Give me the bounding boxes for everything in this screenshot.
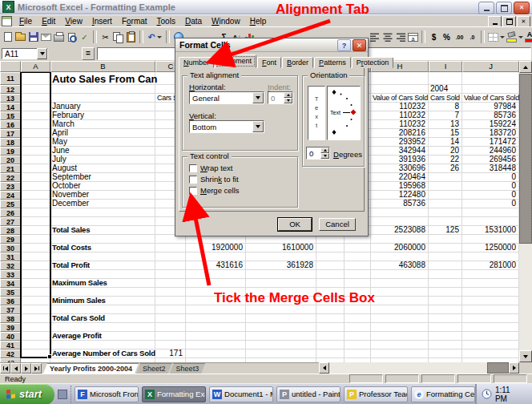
vertical-scrollbar[interactable] — [519, 61, 532, 362]
cell-G41[interactable] — [345, 341, 371, 349]
menu-help[interactable]: Help — [245, 16, 272, 26]
align-left-icon[interactable] — [369, 30, 381, 44]
scroll-right-button[interactable] — [509, 362, 519, 374]
cell-B40[interactable]: Average Profit — [50, 332, 155, 341]
tab-alignment[interactable]: Alignment — [215, 55, 256, 68]
cell-F30[interactable] — [316, 244, 345, 252]
last-sheet-button[interactable] — [31, 363, 42, 374]
row-header-22[interactable]: 22 — [0, 173, 21, 182]
cell-C37[interactable] — [155, 305, 186, 314]
cell-C30[interactable] — [155, 244, 186, 252]
row-header-14[interactable]: 14 — [0, 103, 21, 111]
cell-J26[interactable] — [462, 208, 519, 217]
cell-D33[interactable] — [186, 270, 246, 279]
cell-J41[interactable] — [462, 341, 519, 349]
cell-E40[interactable] — [246, 332, 316, 341]
cell-B28[interactable]: Total Sales — [50, 226, 155, 235]
cell-F34[interactable] — [316, 279, 345, 288]
cell-F40[interactable] — [316, 332, 345, 341]
cell-C42[interactable]: 171 — [155, 349, 186, 358]
row-header-28[interactable]: 28 — [0, 226, 21, 235]
cell-E38[interactable] — [246, 314, 316, 323]
cell-I12[interactable]: 2004 — [429, 85, 462, 94]
checkbox-box[interactable] — [189, 164, 197, 172]
cell-J12[interactable] — [462, 85, 519, 94]
cell-I37[interactable] — [429, 305, 462, 314]
save-icon[interactable] — [27, 30, 39, 44]
fill-color-icon[interactable] — [506, 30, 523, 44]
tab-protection[interactable]: Protection — [352, 57, 394, 68]
column-header-B[interactable]: B — [50, 61, 155, 72]
column-header-I[interactable]: I — [429, 61, 462, 72]
cell-J42[interactable] — [462, 349, 519, 358]
checkbox-box[interactable] — [189, 187, 197, 195]
name-box[interactable]: A11 — [2, 48, 48, 59]
maximize-button[interactable] — [496, 2, 512, 14]
cell-D42[interactable] — [186, 349, 246, 358]
cell-G39[interactable] — [345, 323, 371, 332]
cell-I35[interactable] — [429, 288, 462, 297]
cell-D38[interactable] — [186, 314, 246, 323]
cell-F39[interactable] — [316, 323, 345, 332]
font-color-icon[interactable]: A — [524, 30, 532, 44]
row-header-33[interactable]: 33 — [0, 270, 21, 279]
row-header-41[interactable]: 41 — [0, 341, 21, 349]
degrees-up-icon[interactable] — [320, 147, 329, 153]
cell-G33[interactable] — [345, 270, 371, 279]
doc-restore-button[interactable] — [502, 16, 516, 27]
tab-number[interactable]: Number — [179, 57, 214, 68]
column-header-A[interactable]: A — [21, 61, 50, 72]
cell-I29[interactable] — [429, 235, 462, 244]
row-header-24[interactable]: 24 — [0, 191, 21, 200]
row-header-25[interactable]: 25 — [0, 200, 21, 208]
cell-G30[interactable] — [345, 244, 371, 252]
cell-C35[interactable] — [155, 288, 186, 297]
cell-I25[interactable] — [429, 200, 462, 208]
cell-F41[interactable] — [316, 341, 345, 349]
cell-I32[interactable] — [429, 261, 462, 270]
chevron-down-icon[interactable] — [252, 92, 264, 103]
cell-I41[interactable] — [429, 341, 462, 349]
percent-icon[interactable]: % — [441, 30, 453, 44]
cell-J11[interactable] — [462, 72, 519, 85]
cell-B34[interactable]: Maximum Sales — [50, 279, 155, 288]
cell-F38[interactable] — [316, 314, 345, 323]
row-header-19[interactable]: 19 — [0, 147, 21, 156]
cell-C38[interactable] — [155, 314, 186, 323]
cell-J25[interactable]: 0 — [462, 200, 519, 208]
cell-C33[interactable] — [155, 270, 186, 279]
horizontal-select[interactable]: General — [189, 91, 264, 104]
ok-button[interactable]: OK — [278, 218, 312, 231]
row-header-36[interactable]: 36 — [0, 297, 21, 305]
cell-J37[interactable] — [462, 305, 519, 314]
cell-H35[interactable] — [371, 288, 429, 297]
cell-I30[interactable] — [429, 244, 462, 252]
checkbox-shrink-to-fit[interactable]: Shrink to fit — [189, 175, 239, 184]
name-box-dropdown[interactable] — [37, 48, 47, 59]
email-icon[interactable] — [40, 30, 52, 44]
cell-G34[interactable] — [345, 279, 371, 288]
cell-E33[interactable] — [246, 270, 316, 279]
row-header-16[interactable]: 16 — [0, 120, 21, 129]
cell-E37[interactable] — [246, 305, 316, 314]
cell-E41[interactable] — [246, 341, 316, 349]
cell-H40[interactable] — [371, 332, 429, 341]
cell-H33[interactable] — [371, 270, 429, 279]
row-header-39[interactable]: 39 — [0, 323, 21, 332]
cell-J22[interactable]: 0 — [462, 173, 519, 182]
cell-J21[interactable]: 318448 — [462, 164, 519, 173]
taskbar-button-frontpage[interactable]: FMicrosoft FrontP... — [75, 386, 139, 402]
cell-I11[interactable] — [429, 72, 462, 85]
row-header-35[interactable]: 35 — [0, 288, 21, 297]
cell-C40[interactable] — [155, 332, 186, 341]
sheet-tab-active[interactable]: Yearly Profits 2000-2004 — [43, 363, 139, 374]
cell-C36[interactable] — [155, 297, 186, 305]
align-right-icon[interactable] — [394, 30, 406, 44]
start-button[interactable]: start — [0, 384, 54, 404]
cell-B11[interactable]: Auto Sales From Can — [50, 72, 155, 85]
new-document-icon[interactable] — [2, 30, 14, 44]
cell-C32[interactable] — [155, 261, 186, 270]
select-all-corner[interactable] — [0, 61, 21, 72]
cell-I24[interactable] — [429, 191, 462, 200]
row-header-17[interactable]: 17 — [0, 129, 21, 138]
